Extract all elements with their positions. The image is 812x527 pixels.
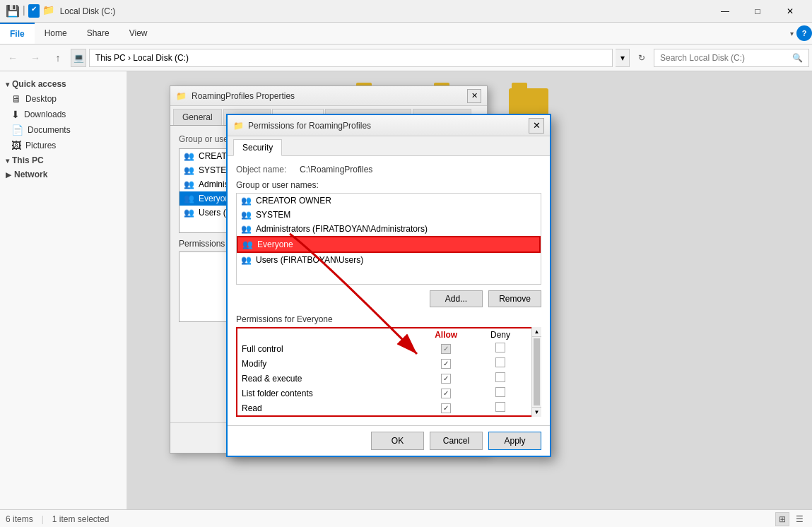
perms-footer: OK Cancel Apply — [228, 425, 550, 456]
perms-tabs: Security — [228, 136, 550, 156]
search-box: 🔍 — [654, 49, 809, 67]
ok-button[interactable]: OK — [371, 432, 424, 450]
allow-checkbox[interactable] — [441, 389, 451, 398]
minimize-button[interactable]: — — [709, 0, 741, 23]
deny-checkbox[interactable] — [495, 372, 505, 382]
user-icon: 👥 — [242, 239, 253, 249]
address-path[interactable]: This PC › Local Disk (C:) — [89, 49, 613, 67]
downloads-icon: ⬇ — [11, 109, 20, 120]
view-controls: ⊞ ☰ — [775, 512, 806, 526]
sidebar-header-quick-access[interactable]: ▾ Quick access — [0, 77, 126, 91]
groups-label: Group or user names: — [236, 180, 541, 190]
perms-tab-security[interactable]: Security — [233, 139, 282, 156]
forward-button[interactable]: → — [25, 48, 45, 68]
scrollbar[interactable]: ▲ ▼ — [531, 327, 541, 417]
status-bar: 6 items | 1 item selected ⊞ ☰ — [0, 509, 812, 527]
allow-checkbox[interactable] — [441, 344, 451, 354]
perm-name: Read — [237, 401, 419, 415]
user-name: Everyone — [257, 239, 293, 249]
user-icon: 👥 — [241, 196, 252, 206]
deny-checkbox[interactable] — [495, 402, 505, 412]
table-row: Full control — [237, 341, 540, 356]
tab-home[interactable]: Home — [35, 23, 77, 44]
arrow-icon: ▾ — [6, 157, 9, 165]
list-item[interactable]: 👥 CREATOR OWNER — [237, 194, 541, 208]
sidebar-header-this-pc[interactable]: ▾ This PC — [0, 153, 126, 167]
object-name-label: Object name: — [236, 165, 300, 174]
search-icon: 🔍 — [792, 53, 803, 63]
deny-header: Deny — [473, 328, 528, 341]
sidebar-item-pictures[interactable]: 🖼 Pictures — [0, 138, 126, 153]
sidebar-item-documents[interactable]: 📄 Documents — [0, 122, 126, 138]
perms-titlebar: 📁 Permissions for RoamingProfiles ✕ — [228, 115, 550, 136]
perms-actions: Add... Remove — [236, 290, 541, 307]
deny-checkbox[interactable] — [495, 357, 505, 367]
permissions-for-label: Permissions for Everyone — [236, 314, 541, 324]
item-count: 6 items — [6, 514, 33, 524]
allow-checkbox[interactable] — [441, 374, 451, 384]
desktop-icon: 🖥 — [11, 93, 21, 105]
back-button[interactable]: ← — [3, 48, 23, 68]
nav-icon: 💻 — [71, 49, 86, 67]
address-dropdown[interactable]: ▾ — [616, 49, 630, 67]
tab-share[interactable]: Share — [77, 23, 119, 44]
dialog-close-button[interactable]: ✕ — [467, 89, 481, 103]
dialog-title: RoamingProfiles Properties — [192, 91, 467, 101]
remove-button[interactable]: Remove — [488, 290, 541, 307]
deny-checkbox[interactable] — [495, 387, 505, 397]
cancel-button[interactable]: Cancel — [430, 432, 483, 450]
add-button[interactable]: Add... — [430, 290, 483, 307]
user-icon: 👥 — [241, 224, 252, 234]
sidebar-item-label: Downloads — [24, 109, 66, 119]
apply-button[interactable]: Apply — [488, 432, 541, 450]
table-row: List folder contents — [237, 386, 540, 401]
perm-name: Modify — [237, 356, 419, 371]
deny-checkbox[interactable] — [495, 343, 505, 353]
file-area: RoamingProfiles Users Windows — [127, 71, 812, 509]
help-button[interactable]: ? — [796, 25, 812, 41]
sidebar-header-network[interactable]: ▶ Network — [0, 167, 126, 182]
sidebar: ▾ Quick access 🖥 Desktop ⬇ Downloads 📄 D… — [0, 71, 127, 509]
perms-close-button[interactable]: ✕ — [529, 118, 544, 134]
refresh-button[interactable]: ↻ — [632, 49, 651, 67]
list-item[interactable]: 👥 SYSTEM — [237, 208, 541, 222]
maximize-button[interactable]: □ — [741, 0, 774, 23]
sidebar-item-label: Pictures — [25, 141, 56, 150]
allow-header: Allow — [419, 328, 473, 341]
table-row: Read & execute — [237, 371, 540, 386]
tab-general[interactable]: General — [173, 109, 222, 125]
user-icon: 👥 — [241, 255, 252, 265]
permissions-table: Allow Deny Full control — [237, 328, 540, 415]
list-item-everyone[interactable]: 👥 Everyone — [237, 236, 541, 253]
title-bar-icons: 💾 | ✔ 📁 — [6, 4, 54, 18]
allow-checkbox[interactable] — [441, 359, 451, 369]
up-button[interactable]: ↑ — [48, 48, 68, 68]
large-icons-view-button[interactable]: ⊞ — [775, 512, 789, 526]
search-input[interactable] — [660, 53, 792, 63]
scroll-down-button[interactable]: ▼ — [532, 407, 541, 417]
user-name: CREATOR OWNER — [256, 196, 331, 206]
ribbon-tabs: File Home Share View ▾ ? — [0, 23, 812, 44]
tab-file[interactable]: File — [0, 23, 35, 44]
arrow-icon: ▾ — [6, 81, 9, 88]
title-bar: 💾 | ✔ 📁 Local Disk (C:) — □ ✕ — [0, 0, 812, 23]
allow-checkbox[interactable] — [441, 403, 451, 413]
user-icon: 👥 — [241, 210, 252, 220]
table-row: Read — [237, 401, 540, 415]
table-row: Modify — [237, 356, 540, 371]
sidebar-item-desktop[interactable]: 🖥 Desktop — [0, 91, 126, 107]
sidebar-item-downloads[interactable]: ⬇ Downloads — [0, 107, 126, 122]
tab-view[interactable]: View — [119, 23, 158, 44]
ribbon: File Home Share View ▾ ? — [0, 23, 812, 45]
list-view-button[interactable]: ☰ — [792, 512, 806, 526]
close-button[interactable]: ✕ — [774, 0, 806, 23]
list-item[interactable]: 👥 Users (FIRATBOYAN\Users) — [237, 253, 541, 267]
scroll-up-button[interactable]: ▲ — [532, 327, 541, 337]
users-list: 👥 CREATOR OWNER 👥 SYSTEM 👥 Administrator… — [236, 193, 541, 285]
selected-info: 1 item selected — [52, 514, 110, 524]
main-layout: ▾ Quick access 🖥 Desktop ⬇ Downloads 📄 D… — [0, 71, 812, 509]
sidebar-item-label: Network — [14, 170, 47, 179]
sidebar-item-label: Documents — [28, 125, 71, 135]
sidebar-item-label: This PC — [12, 155, 44, 165]
list-item[interactable]: 👥 Administrators (FIRATBOYAN\Administrat… — [237, 222, 541, 236]
